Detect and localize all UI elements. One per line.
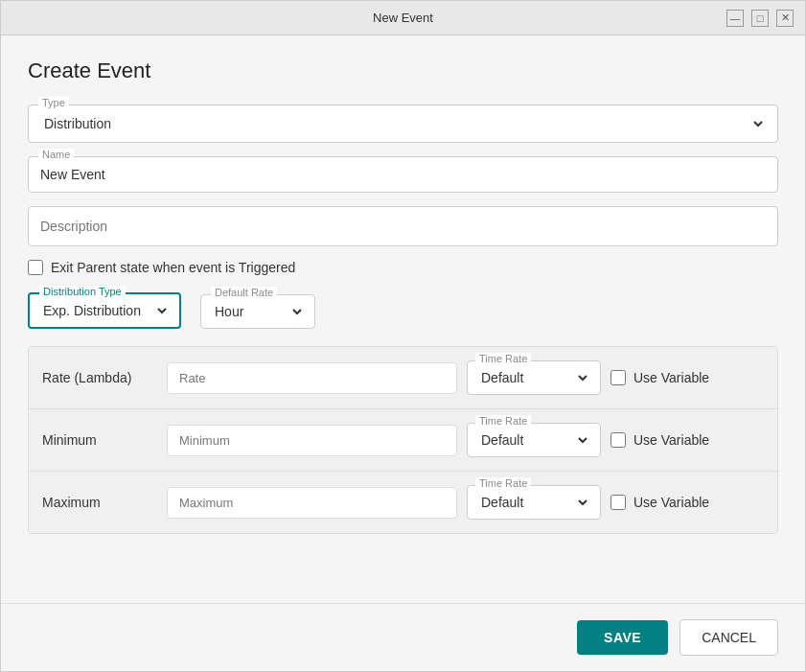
default-rate-field: Default Rate Hour Minute Second Day xyxy=(200,294,315,329)
time-rate-maximum-label: Time Rate xyxy=(475,477,531,489)
use-variable-minimum-label: Use Variable xyxy=(633,432,709,448)
rate-input[interactable] xyxy=(167,362,457,394)
default-rate-label: Default Rate xyxy=(211,287,277,298)
time-rate-rate-field: Time Rate Default Hour Minute Second xyxy=(467,360,601,395)
page-title: Create Event xyxy=(28,58,778,83)
distribution-type-field: Distribution Type Exp. Distribution Norm… xyxy=(28,292,181,329)
window-controls: — □ ✕ xyxy=(726,10,794,27)
default-rate-select[interactable]: Hour Minute Second Day xyxy=(211,299,305,324)
time-rate-maximum-field: Time Rate Default Hour Minute Second xyxy=(467,485,601,520)
param-label-minimum: Minimum xyxy=(42,432,167,448)
minimum-input[interactable] xyxy=(167,425,457,456)
time-rate-maximum-select[interactable]: Default Hour Minute Second xyxy=(477,490,590,515)
name-input[interactable] xyxy=(40,163,766,186)
use-variable-minimum-wrap: Use Variable xyxy=(610,432,764,448)
name-label: Name xyxy=(38,149,74,160)
param-label-maximum: Maximum xyxy=(42,495,167,510)
time-rate-minimum-label: Time Rate xyxy=(475,415,531,427)
type-label: Type xyxy=(38,97,69,108)
description-field xyxy=(28,206,778,246)
exit-parent-checkbox[interactable] xyxy=(28,260,43,275)
name-field: Name xyxy=(28,156,778,193)
use-variable-maximum-wrap: Use Variable xyxy=(610,495,764,510)
window-title: New Event xyxy=(373,11,433,25)
distribution-type-select[interactable]: Exp. Distribution Normal Uniform Constan… xyxy=(39,298,170,323)
close-button[interactable]: ✕ xyxy=(776,10,794,27)
distribution-type-label: Distribution Type xyxy=(39,286,126,297)
maximum-input[interactable] xyxy=(167,487,457,519)
use-variable-rate-checkbox[interactable] xyxy=(610,370,626,385)
time-rate-rate-label: Time Rate xyxy=(475,353,531,364)
distribution-row: Distribution Type Exp. Distribution Norm… xyxy=(28,292,778,329)
param-label-rate: Rate (Lambda) xyxy=(42,370,167,385)
title-bar: New Event — □ ✕ xyxy=(1,1,805,35)
time-rate-rate-select[interactable]: Default Hour Minute Second xyxy=(477,365,590,390)
time-rate-minimum-field: Time Rate Default Hour Minute Second xyxy=(467,423,601,457)
use-variable-maximum-label: Use Variable xyxy=(633,495,709,510)
minimize-button[interactable]: — xyxy=(726,10,744,27)
params-table: Rate (Lambda) Time Rate Default Hour Min… xyxy=(28,346,778,534)
cancel-button[interactable]: CANCEL xyxy=(679,619,778,656)
table-row: Minimum Time Rate Default Hour Minute Se… xyxy=(29,409,777,472)
footer: SAVE CANCEL xyxy=(1,603,805,671)
use-variable-rate-wrap: Use Variable xyxy=(610,370,764,385)
content-area: Create Event Type Distribution Timer Fai… xyxy=(1,35,805,603)
table-row: Rate (Lambda) Time Rate Default Hour Min… xyxy=(29,347,777,409)
use-variable-rate-label: Use Variable xyxy=(633,370,709,385)
main-window: New Event — □ ✕ Create Event Type Distri… xyxy=(0,0,806,672)
type-select[interactable]: Distribution Timer Failure xyxy=(40,111,766,136)
exit-parent-label: Exit Parent state when event is Triggere… xyxy=(51,260,295,275)
time-rate-minimum-select[interactable]: Default Hour Minute Second xyxy=(477,428,590,452)
use-variable-maximum-checkbox[interactable] xyxy=(610,495,626,510)
use-variable-minimum-checkbox[interactable] xyxy=(610,432,626,448)
exit-parent-checkbox-row: Exit Parent state when event is Triggere… xyxy=(28,260,778,275)
description-input[interactable] xyxy=(29,207,777,245)
save-button[interactable]: SAVE xyxy=(577,620,668,655)
table-row: Maximum Time Rate Default Hour Minute Se… xyxy=(29,472,777,533)
type-field: Type Distribution Timer Failure xyxy=(28,104,778,143)
maximize-button[interactable]: □ xyxy=(751,10,769,27)
